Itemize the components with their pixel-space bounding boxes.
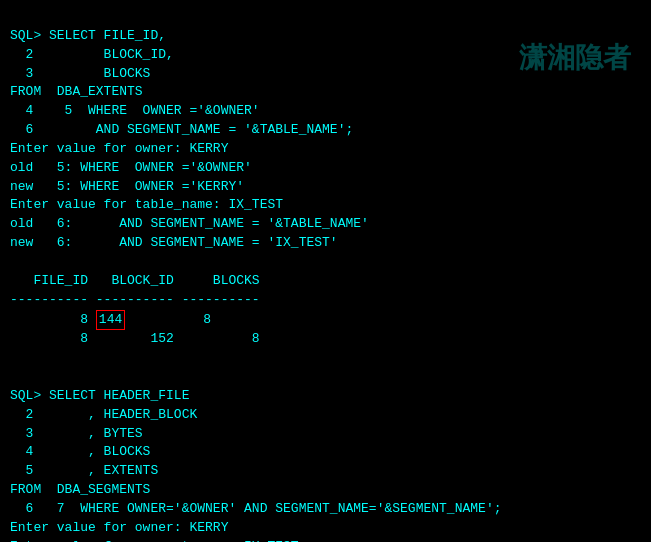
line-6: 6 AND SEGMENT_NAME = '&TABLE_NAME';	[10, 122, 353, 137]
line-5: 4 5 WHERE OWNER ='&OWNER'	[10, 103, 260, 118]
block-id-144: 144	[96, 310, 125, 331]
line-m7: 6 7 WHERE OWNER='&OWNER' AND SEGMENT_NAM…	[10, 501, 501, 516]
line-9: new 5: WHERE OWNER ='KERRY'	[10, 179, 244, 194]
line-12: new 6: AND SEGMENT_NAME = 'IX_TEST'	[10, 235, 338, 250]
table1-row2: 8 152 8	[10, 331, 260, 346]
line-3: 3 BLOCKS	[10, 66, 150, 81]
table1-dashes: ---------- ---------- ----------	[10, 292, 260, 307]
line-m4: 4 , BLOCKS	[10, 444, 150, 459]
line-2: 2 BLOCK_ID,	[10, 47, 174, 62]
line-m9: Enter value for segment_name: IX_TEST	[10, 539, 299, 542]
line-m5: 5 , EXTENTS	[10, 463, 158, 478]
table1-header: FILE_ID BLOCK_ID BLOCKS	[10, 273, 260, 288]
line-m3: 3 , BYTES	[10, 426, 143, 441]
line-4: FROM DBA_EXTENTS	[10, 84, 143, 99]
line-m2: 2 , HEADER_BLOCK	[10, 407, 197, 422]
terminal-output: SQL> SELECT FILE_ID, 2 BLOCK_ID, 3 BLOCK…	[10, 8, 641, 542]
line-7: Enter value for owner: KERRY	[10, 141, 228, 156]
line-8: old 5: WHERE OWNER ='&OWNER'	[10, 160, 252, 175]
blank-line	[10, 369, 18, 384]
line-10: Enter value for table_name: IX_TEST	[10, 197, 283, 212]
table1-row1: 8 144 8	[10, 312, 211, 327]
line-m8: Enter value for owner: KERRY	[10, 520, 228, 535]
line-m1: SQL> SELECT HEADER_FILE	[10, 388, 189, 403]
line-m6: FROM DBA_SEGMENTS	[10, 482, 150, 497]
line-11: old 6: AND SEGMENT_NAME = '&TABLE_NAME'	[10, 216, 369, 231]
line-1: SQL> SELECT FILE_ID,	[10, 28, 166, 43]
